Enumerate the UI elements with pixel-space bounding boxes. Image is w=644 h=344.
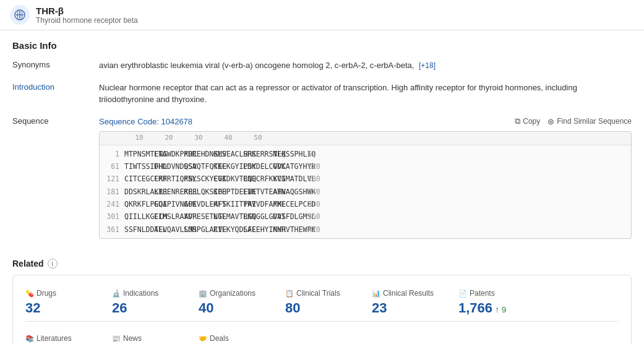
stat-item[interactable]: 💊Drugs32 [25, 284, 112, 321]
stat-value: 26 [112, 300, 189, 316]
stat-item[interactable]: 🏢Organizations40 [199, 284, 285, 321]
header-icon [10, 5, 30, 25]
find-similar-button[interactable]: ⊛ Find Similar Sequence [547, 117, 632, 126]
related-info-icon[interactable]: i [48, 259, 58, 269]
sequence-rows: 1MTPNSMTENGLTAWDKPKHCPDREHDNKLVGMSEACLHR… [100, 145, 631, 239]
introduction-row: Introduction Nuclear hormone receptor th… [12, 82, 632, 106]
drugs-icon: 💊 [25, 290, 34, 298]
seq-row: 61TIWTSSIFHLDHDDVNDQSVSSAQTFQTEEKKCKGYIP… [100, 160, 631, 173]
stat-item[interactable]: 📄Patents1,766↑9 [458, 284, 545, 321]
main-content: Basic Info Synonyms avian erythroblastic… [0, 30, 644, 259]
header-text: THR-β Thyroid hormone receptor beta [36, 6, 138, 25]
seq-row: 121CITCEGCCKFFRRRTIQKNLPSYSCKYEGKCVIDKVT… [100, 173, 631, 185]
patents-icon: 📄 [458, 290, 467, 298]
related-title-text: Related [12, 259, 44, 269]
drugs-icon: 💊Drugs [25, 289, 102, 298]
find-similar-label: Find Similar Sequence [557, 117, 632, 126]
stat-value: 23 [372, 300, 449, 316]
introduction-text: Nuclear hormone receptor that can act as… [99, 82, 632, 106]
introduction-label: Introduction [12, 82, 99, 92]
stat-item[interactable]: 🔬Indications26 [112, 284, 199, 321]
related-section: Related i 💊Drugs32🔬Indications26🏢Organiz… [0, 259, 644, 344]
stat-value: 1,766↑9 [458, 300, 535, 316]
clinical-trials-icon: 📋 [285, 290, 294, 298]
related-title: Related i [12, 259, 632, 269]
news-icon: 📰News [112, 334, 189, 343]
literatures-icon: 📚Literatures [25, 334, 102, 343]
seq-row: 301QIILLKGCCMEIMSLRAAVRYDPESETLTLNGEMAVT… [100, 210, 631, 223]
stats-row-2: 📚Literatures1,463📰News233↑30🤝Deals4 [25, 329, 619, 344]
organizations-icon: 🏢Organizations [199, 289, 275, 298]
stat-item[interactable]: 📊Clinical Results23 [372, 284, 458, 321]
stat-item[interactable]: 🤝Deals4 [199, 329, 285, 344]
organizations-icon: 🏢 [199, 290, 207, 298]
stat-item[interactable]: 📋Clinical Trials80 [285, 284, 372, 321]
sequence-content: Sequence Code: 1042678 ⧉ Copy ⊛ Find Sim… [99, 116, 632, 239]
clinical-results-icon: 📊Clinical Results [372, 289, 449, 298]
clinical-trials-icon: 📋Clinical Trials [285, 289, 362, 298]
basic-info-title: Basic Info [12, 40, 632, 51]
sequence-label: Sequence [12, 116, 99, 126]
find-similar-icon: ⊛ [547, 117, 554, 126]
related-grid: 💊Drugs32🔬Indications26🏢Organizations40📋C… [12, 275, 632, 344]
indications-icon: 🔬Indications [112, 289, 189, 298]
copy-label: Copy [523, 117, 540, 126]
stat-item[interactable]: 📚Literatures1,463 [25, 329, 112, 344]
molecule-title: THR-β [36, 6, 138, 16]
synonyms-value: avian erythroblastic leukemia viral (v-e… [99, 59, 632, 72]
sequence-ruler: 1020304050 [100, 132, 631, 145]
synonyms-more[interactable]: [+18] [419, 61, 436, 70]
stat-delta: 9 [502, 305, 506, 314]
seq-row: 181DDSKRLAKRRLIEENREKRRREELQKSIGHKPEPTDE… [100, 186, 631, 198]
sequence-row: Sequence Sequence Code: 1042678 ⧉ Copy ⊛… [12, 116, 632, 239]
stat-value: 80 [285, 300, 362, 316]
clinical-results-icon: 📊 [372, 290, 380, 298]
seq-row: 241QKRKFLPEDIGQAPIVNAPEGGKVDLEAFSHFTKIIT… [100, 198, 631, 210]
copy-button[interactable]: ⧉ Copy [515, 116, 540, 126]
literatures-icon: 📚 [25, 335, 34, 343]
deals-icon: 🤝Deals [199, 334, 275, 343]
synonyms-text: avian erythroblastic leukemia viral (v-e… [99, 61, 414, 70]
sequence-actions: ⧉ Copy ⊛ Find Similar Sequence [515, 116, 632, 126]
molecule-subtitle: Thyroid hormone receptor beta [36, 16, 138, 25]
synonyms-label: Synonyms [12, 59, 99, 69]
seq-row: 1MTPNSMTENGLTAWDKPKHCPDREHDNKLVGMSEACLHR… [100, 148, 631, 160]
page-header: THR-β Thyroid hormone receptor beta [0, 0, 644, 30]
news-icon: 📰 [112, 335, 121, 343]
stats-row-1: 💊Drugs32🔬Indications26🏢Organizations40📋C… [25, 284, 619, 321]
stat-arrow: ↑ [495, 304, 499, 314]
stat-value: 32 [25, 300, 102, 316]
sequence-code-link[interactable]: Sequence Code: 1042678 [99, 116, 192, 128]
patents-icon: 📄Patents [458, 289, 535, 298]
copy-icon: ⧉ [515, 116, 520, 126]
stat-item[interactable]: 📰News233↑30 [112, 329, 199, 344]
synonyms-row: Synonyms avian erythroblastic leukemia v… [12, 59, 632, 72]
indications-icon: 🔬 [112, 290, 121, 298]
seq-row: 361SSFNLDDTEVALLQAVLLMSSDRPGLACVERIEKYQD… [100, 223, 631, 236]
sequence-header: Sequence Code: 1042678 ⧉ Copy ⊛ Find Sim… [99, 116, 632, 128]
deals-icon: 🤝 [199, 335, 207, 343]
sequence-box: 1020304050 1MTPNSMTENGLTAWDKPKHCPDREHDNK… [99, 131, 632, 239]
stat-value: 40 [199, 300, 275, 316]
